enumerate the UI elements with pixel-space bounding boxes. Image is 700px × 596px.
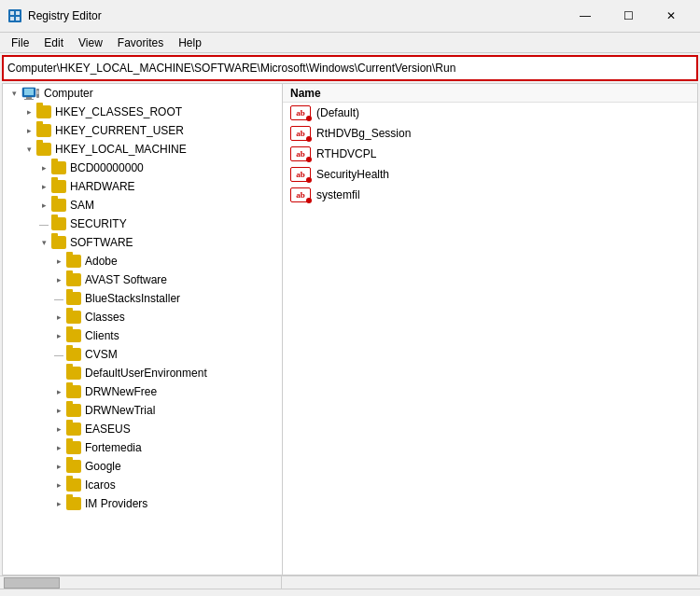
tree-item-clients[interactable]: Clients — [3, 326, 282, 345]
detail-row-rthdvbg[interactable]: ab RtHDVBg_Session — [283, 123, 697, 144]
svg-rect-3 — [10, 17, 14, 21]
tree-item-avast[interactable]: AVAST Software — [3, 270, 282, 289]
arrow-hkcr — [21, 104, 36, 119]
ab-icon-securityhealth: ab — [290, 167, 311, 182]
tree-item-hardware[interactable]: HARDWARE — [3, 177, 282, 196]
svg-rect-1 — [10, 11, 14, 15]
tree-item-improviders[interactable]: IM Providers — [3, 494, 282, 513]
folder-icon-icaros — [66, 478, 81, 492]
svg-rect-7 — [26, 97, 32, 99]
tree-label-hardware: HARDWARE — [70, 180, 135, 193]
tree-label-icaros: Icaros — [85, 478, 116, 492]
tree-label-security: SECURITY — [70, 217, 127, 230]
folder-icon-bcd — [51, 161, 66, 174]
arrow-clients — [51, 328, 66, 343]
arrow-avast — [51, 272, 66, 287]
tree-item-software[interactable]: SOFTWARE — [3, 233, 282, 252]
tree-item-computer[interactable]: Computer — [3, 84, 282, 103]
detail-row-systemfil[interactable]: ab systemfil — [283, 185, 697, 205]
folder-icon-improviders — [66, 497, 81, 510]
ab-icon-systemfil: ab — [290, 187, 311, 202]
menu-bar: File Edit View Favorites Help — [0, 33, 700, 53]
tree-panel[interactable]: Computer HKEY_CLASSES_ROOT HKEY_CURRENT_… — [3, 84, 283, 575]
tree-label-bluestacks: BlueStacksInstaller — [85, 292, 180, 305]
detail-header: Name — [283, 84, 697, 103]
maximize-button[interactable]: ☐ — [607, 0, 650, 33]
svg-rect-6 — [24, 89, 34, 95]
close-button[interactable]: ✕ — [650, 0, 693, 33]
tree-item-classes[interactable]: Classes — [3, 308, 282, 326]
minimize-button[interactable]: — — [564, 0, 607, 33]
folder-icon-hkcr — [36, 105, 51, 118]
tree-item-defaultuser[interactable]: DefaultUserEnvironment — [3, 364, 282, 382]
svg-rect-4 — [16, 17, 20, 21]
arrow-sam — [36, 198, 51, 213]
window-title: Registry Editor — [28, 9, 564, 22]
menu-edit[interactable]: Edit — [36, 35, 71, 51]
detail-header-name: Name — [290, 87, 321, 100]
tree-hscroll-thumb[interactable] — [4, 577, 60, 589]
menu-view[interactable]: View — [71, 35, 110, 51]
tree-item-sam[interactable]: SAM — [3, 196, 282, 215]
title-bar: Registry Editor — ☐ ✕ — [0, 0, 700, 33]
folder-icon-hardware — [51, 180, 66, 193]
tree-label-classes: Classes — [85, 311, 125, 324]
tree-label-avast: AVAST Software — [85, 273, 167, 286]
tree-item-hkcr[interactable]: HKEY_CLASSES_ROOT — [3, 103, 282, 121]
tree-item-hklm[interactable]: HKEY_LOCAL_MACHINE — [3, 140, 282, 159]
tree-item-bcd[interactable]: BCD00000000 — [3, 159, 282, 177]
arrow-computer — [7, 86, 21, 101]
tree-item-icaros[interactable]: Icaros — [3, 476, 282, 494]
arrow-improviders — [51, 496, 66, 511]
ab-icon-default: ab — [290, 105, 311, 120]
folder-icon-drwnewfree — [66, 385, 81, 398]
ab-icon-rthdvcpl: ab — [290, 146, 311, 161]
detail-row-rthdvcpl[interactable]: ab RTHDVCPL — [283, 144, 697, 164]
arrow-bcd — [36, 160, 51, 175]
arrow-drwnewfree — [51, 384, 66, 399]
detail-name-securityhealth: SecurityHealth — [316, 168, 389, 181]
tree-item-bluestacks[interactable]: — BlueStacksInstaller — [3, 289, 282, 308]
status-bar — [0, 589, 700, 596]
svg-rect-2 — [16, 11, 20, 15]
window-controls: — ☐ ✕ — [564, 0, 693, 33]
folder-icon-cvsm — [66, 348, 81, 361]
tree-label-defaultuser: DefaultUserEnvironment — [85, 367, 207, 380]
detail-name-rthdvcpl: RTHDVCPL — [316, 147, 376, 160]
arrow-drwnewtrial — [51, 403, 66, 418]
tree-item-easeus[interactable]: EASEUS — [3, 420, 282, 438]
menu-help[interactable]: Help — [171, 35, 209, 51]
tree-item-hkcu[interactable]: HKEY_CURRENT_USER — [3, 121, 282, 140]
tree-item-adobe[interactable]: Adobe — [3, 252, 282, 270]
folder-icon-software — [51, 236, 66, 249]
detail-hscroll[interactable] — [282, 576, 700, 589]
tree-item-cvsm[interactable]: — CVSM — [3, 345, 282, 364]
tree-item-security[interactable]: — SECURITY — [3, 215, 282, 233]
folder-icon-security — [51, 217, 66, 230]
tree-item-drwnewtrial[interactable]: DRWNewTrial — [3, 401, 282, 420]
tree-label-drwnewfree: DRWNewFree — [85, 385, 157, 398]
tree-label-easeus: EASEUS — [85, 423, 131, 436]
address-bar — [2, 55, 698, 81]
tree-label-sam: SAM — [70, 199, 94, 212]
tree-item-google[interactable]: Google — [3, 457, 282, 476]
address-input[interactable] — [7, 62, 693, 75]
tree-hscroll[interactable] — [0, 576, 282, 589]
menu-file[interactable]: File — [4, 35, 36, 51]
tree-label-adobe: Adobe — [85, 255, 118, 268]
folder-icon-avast — [66, 273, 81, 286]
svg-rect-8 — [24, 99, 34, 100]
tree-label-hkcr: HKEY_CLASSES_ROOT — [55, 105, 182, 118]
folder-icon-drwnewtrial — [66, 404, 81, 417]
menu-favorites[interactable]: Favorites — [110, 35, 171, 51]
detail-row-securityhealth[interactable]: ab SecurityHealth — [283, 164, 697, 185]
folder-icon-bluestacks — [66, 292, 81, 305]
detail-row-default[interactable]: ab (Default) — [283, 103, 697, 123]
folder-icon-adobe — [66, 255, 81, 268]
folder-icon-classes — [66, 311, 81, 324]
tree-item-drwnewfree[interactable]: DRWNewFree — [3, 382, 282, 401]
svg-rect-10 — [37, 90, 39, 94]
folder-icon-sam — [51, 199, 66, 212]
arrow-hkcu — [21, 123, 36, 138]
tree-item-fortemedia[interactable]: Fortemedia — [3, 438, 282, 457]
